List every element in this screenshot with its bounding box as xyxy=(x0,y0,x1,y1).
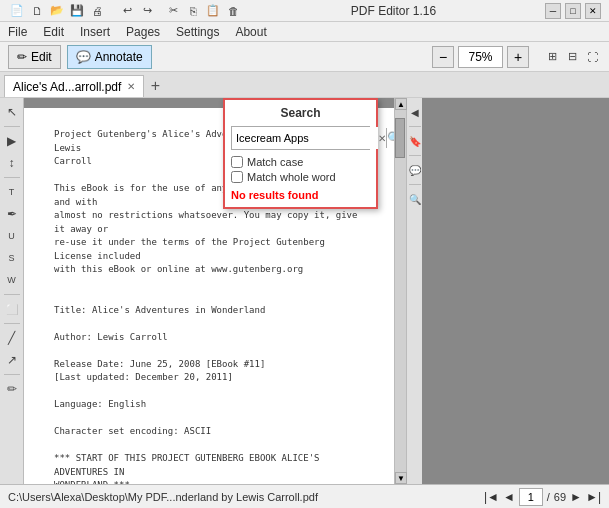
cursor-icon[interactable]: ↖ xyxy=(2,102,22,122)
page-separator: / xyxy=(547,491,550,503)
line-icon[interactable]: ╱ xyxy=(2,328,22,348)
search-clear-button[interactable]: ✕ xyxy=(378,128,386,148)
tab-add-button[interactable]: + xyxy=(144,75,166,97)
pen-icon[interactable]: ✒ xyxy=(2,204,22,224)
separator xyxy=(4,177,20,178)
search-input-row: ✕ 🔍 xyxy=(231,126,370,150)
right-expand-icon[interactable]: ◀ xyxy=(408,102,422,122)
first-page-button[interactable]: |◄ xyxy=(484,490,499,504)
whitespace-icon[interactable]: W xyxy=(2,270,22,290)
maximize-button[interactable]: □ xyxy=(565,3,581,19)
window-title: PDF Editor 1.16 xyxy=(242,4,545,18)
print-icon[interactable]: 🖨 xyxy=(88,2,106,20)
title-bar-left-icons: 📄 🗋 📂 💾 🖨 ↩ ↪ ✂ ⎘ 📋 🗑 xyxy=(8,2,242,20)
tabs-bar: Alice's Ad...arroll.pdf ✕ + xyxy=(0,72,609,98)
vertical-scrollbar[interactable]: ▲ ▼ xyxy=(394,98,406,484)
scroll-down-arrow[interactable]: ▼ xyxy=(395,472,407,484)
current-page-input[interactable] xyxy=(519,488,543,506)
zoom-control: − + xyxy=(432,46,529,68)
match-whole-word-option[interactable]: Match whole word xyxy=(231,171,370,183)
match-case-label: Match case xyxy=(247,156,303,168)
match-case-checkbox[interactable] xyxy=(231,156,243,168)
separator xyxy=(409,155,421,156)
total-pages: 69 xyxy=(554,491,566,503)
match-whole-word-checkbox[interactable] xyxy=(231,171,243,183)
app-icon: 📄 xyxy=(8,2,26,20)
cut-icon[interactable]: ✂ xyxy=(164,2,182,20)
edit-toolbar: ✏ Edit 💬 Annotate − + ⊞ ⊟ ⛶ xyxy=(0,42,609,72)
no-results-message: No results found xyxy=(231,189,370,201)
tab-close-button[interactable]: ✕ xyxy=(127,81,135,92)
bookmark-icon[interactable]: 🔖 xyxy=(408,131,422,151)
annotate-button[interactable]: 💬 Annotate xyxy=(67,45,152,69)
separator xyxy=(4,294,20,295)
search-panel-title: Search xyxy=(231,106,370,120)
layout-icon[interactable]: ⊟ xyxy=(563,48,581,66)
save-icon[interactable]: 💾 xyxy=(68,2,86,20)
tab-current-pdf[interactable]: Alice's Ad...arroll.pdf ✕ xyxy=(4,75,144,97)
text-icon[interactable]: T xyxy=(2,182,22,202)
main-area: ↖ ▶ ↕ T ✒ U S W ⬜ ╱ ↗ ✏ Project Gutenber… xyxy=(0,98,609,484)
next-page-button[interactable]: ► xyxy=(570,490,582,504)
menu-about[interactable]: About xyxy=(231,23,270,41)
zoom-level-input[interactable] xyxy=(458,46,503,68)
menu-pages[interactable]: Pages xyxy=(122,23,164,41)
sidebar-icon[interactable]: ⊞ xyxy=(543,48,561,66)
match-whole-word-label: Match whole word xyxy=(247,171,336,183)
separator xyxy=(4,126,20,127)
menu-edit[interactable]: Edit xyxy=(39,23,68,41)
search-go-button[interactable]: 🔍 xyxy=(386,128,394,148)
delete-icon[interactable]: 🗑 xyxy=(224,2,242,20)
strikethrough-icon[interactable]: S xyxy=(2,248,22,268)
menu-bar: File Edit Insert Pages Settings About xyxy=(0,22,609,42)
scroll-thumb[interactable] xyxy=(395,118,405,158)
right-toolbar: ◀ 🔖 💬 🔍 xyxy=(406,98,422,484)
separator xyxy=(4,374,20,375)
new-icon[interactable]: 🗋 xyxy=(28,2,46,20)
pencil-icon: ✏ xyxy=(17,50,27,64)
select-icon[interactable]: ▶ xyxy=(2,131,22,151)
match-case-option[interactable]: Match case xyxy=(231,156,370,168)
underline-icon[interactable]: U xyxy=(2,226,22,246)
open-icon[interactable]: 📂 xyxy=(48,2,66,20)
separator xyxy=(409,184,421,185)
minimize-button[interactable]: ─ xyxy=(545,3,561,19)
scroll-icon[interactable]: ↕ xyxy=(2,153,22,173)
search-rt-icon[interactable]: 🔍 xyxy=(408,189,422,209)
close-button[interactable]: ✕ xyxy=(585,3,601,19)
title-bar: 📄 🗋 📂 💾 🖨 ↩ ↪ ✂ ⎘ 📋 🗑 PDF Editor 1.16 ─ … xyxy=(0,0,609,22)
separator xyxy=(409,126,421,127)
copy-icon[interactable]: ⎘ xyxy=(184,2,202,20)
menu-settings[interactable]: Settings xyxy=(172,23,223,41)
file-path: C:\Users\Alexa\Desktop\My PDF...nderland… xyxy=(8,491,318,503)
separator xyxy=(4,323,20,324)
page-navigation: |◄ ◄ / 69 ► ►| xyxy=(484,488,601,506)
undo-icon[interactable]: ↩ xyxy=(118,2,136,20)
last-page-button[interactable]: ►| xyxy=(586,490,601,504)
window-controls[interactable]: ─ □ ✕ xyxy=(545,3,601,19)
draw-icon[interactable]: ✏ xyxy=(2,379,22,399)
arrow-icon[interactable]: ↗ xyxy=(2,350,22,370)
fullscreen-icon[interactable]: ⛶ xyxy=(583,48,601,66)
comment-rt-icon[interactable]: 💬 xyxy=(408,160,422,180)
menu-file[interactable]: File xyxy=(4,23,31,41)
paste-icon[interactable]: 📋 xyxy=(204,2,222,20)
search-input[interactable] xyxy=(232,127,378,149)
view-icons: ⊞ ⊟ ⛶ xyxy=(543,48,601,66)
zoom-in-button[interactable]: + xyxy=(507,46,529,68)
redo-icon[interactable]: ↪ xyxy=(138,2,156,20)
prev-page-button[interactable]: ◄ xyxy=(503,490,515,504)
pdf-content: Project Gutenberg's Alice's Adventures i… xyxy=(24,98,394,484)
status-bar: C:\Users\Alexa\Desktop\My PDF...nderland… xyxy=(0,484,609,508)
comment-icon: 💬 xyxy=(76,50,91,64)
scroll-up-arrow[interactable]: ▲ xyxy=(395,98,407,110)
pdf-scroll-area: Project Gutenberg's Alice's Adventures i… xyxy=(24,98,406,484)
menu-insert[interactable]: Insert xyxy=(76,23,114,41)
zoom-out-button[interactable]: − xyxy=(432,46,454,68)
search-panel: Search ✕ 🔍 Match case Match whole word N… xyxy=(223,98,378,209)
tab-label: Alice's Ad...arroll.pdf xyxy=(13,80,121,94)
edit-button[interactable]: ✏ Edit xyxy=(8,45,61,69)
left-toolbar: ↖ ▶ ↕ T ✒ U S W ⬜ ╱ ↗ ✏ xyxy=(0,98,24,484)
rect-icon[interactable]: ⬜ xyxy=(2,299,22,319)
